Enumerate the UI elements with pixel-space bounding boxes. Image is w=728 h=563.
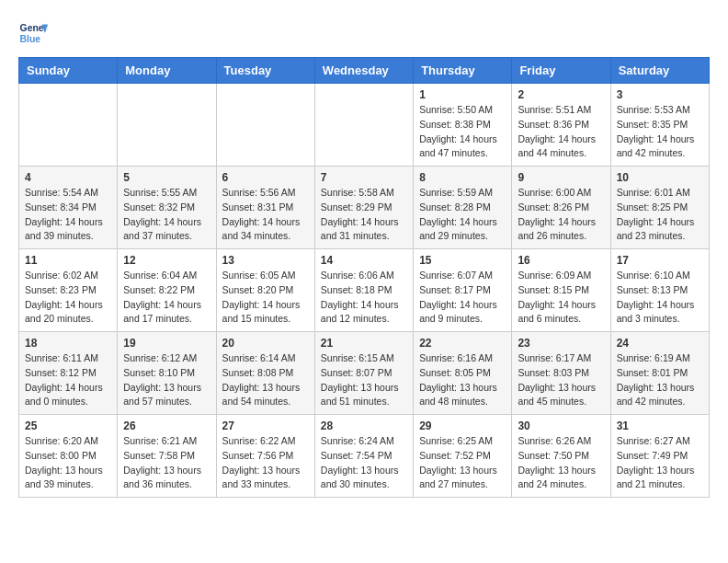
calendar-cell-18: 18 Sunrise: 6:11 AM Sunset: 8:12 PM Dayl… — [19, 332, 118, 415]
day-info: Sunrise: 5:55 AM Sunset: 8:32 PM Dayligh… — [123, 186, 210, 244]
calendar-cell-9: 9 Sunrise: 6:00 AM Sunset: 8:26 PM Dayli… — [512, 167, 610, 249]
sunset-text: Sunset: 8:12 PM — [25, 367, 97, 378]
calendar-cell-7: 7 Sunrise: 5:58 AM Sunset: 8:29 PM Dayli… — [314, 167, 413, 249]
day-info: Sunrise: 6:20 AM Sunset: 8:00 PM Dayligh… — [25, 434, 111, 492]
day-info: Sunrise: 5:59 AM Sunset: 8:28 PM Dayligh… — [419, 186, 506, 244]
day-number: 21 — [321, 337, 407, 350]
sunrise-text: Sunrise: 6:00 AM — [518, 187, 591, 198]
calendar-header-row: SundayMondayTuesdayWednesdayThursdayFrid… — [19, 58, 710, 84]
daylight-text: Daylight: 14 hours and 15 minutes. — [222, 299, 301, 325]
calendar-header-thursday: Thursday — [414, 58, 512, 84]
sunset-text: Sunset: 8:08 PM — [222, 367, 294, 378]
calendar-cell-27: 27 Sunrise: 6:22 AM Sunset: 7:56 PM Dayl… — [216, 415, 314, 498]
calendar-cell-29: 29 Sunrise: 6:25 AM Sunset: 7:52 PM Dayl… — [414, 415, 512, 498]
day-info: Sunrise: 5:51 AM Sunset: 8:36 PM Dayligh… — [518, 103, 604, 161]
sunrise-text: Sunrise: 6:24 AM — [321, 435, 394, 446]
daylight-text: Daylight: 13 hours and 33 minutes. — [222, 465, 301, 490]
sunrise-text: Sunrise: 6:21 AM — [123, 435, 197, 446]
day-number: 7 — [321, 171, 407, 184]
daylight-text: Daylight: 14 hours and 12 minutes. — [321, 299, 399, 325]
calendar-header-friday: Friday — [512, 58, 610, 84]
sunrise-text: Sunrise: 6:07 AM — [419, 270, 493, 281]
daylight-text: Daylight: 14 hours and 39 minutes. — [25, 216, 103, 242]
calendar-cell-19: 19 Sunrise: 6:12 AM Sunset: 8:10 PM Dayl… — [118, 332, 216, 415]
calendar-cell-26: 26 Sunrise: 6:21 AM Sunset: 7:58 PM Dayl… — [118, 415, 216, 498]
sunset-text: Sunset: 8:15 PM — [518, 284, 589, 295]
day-number: 5 — [123, 171, 210, 184]
calendar-cell-empty — [19, 84, 118, 167]
calendar-week-2: 4 Sunrise: 5:54 AM Sunset: 8:34 PM Dayli… — [19, 167, 710, 249]
sunset-text: Sunset: 8:07 PM — [321, 367, 392, 378]
sunrise-text: Sunrise: 6:22 AM — [222, 435, 296, 446]
day-number: 15 — [419, 254, 506, 267]
daylight-text: Daylight: 13 hours and 36 minutes. — [123, 465, 201, 490]
day-info: Sunrise: 6:04 AM Sunset: 8:22 PM Dayligh… — [123, 269, 210, 327]
day-number: 8 — [419, 171, 506, 184]
sunrise-text: Sunrise: 6:04 AM — [123, 270, 197, 281]
calendar-header-sunday: Sunday — [19, 58, 118, 84]
calendar-cell-8: 8 Sunrise: 5:59 AM Sunset: 8:28 PM Dayli… — [414, 167, 512, 249]
day-number: 26 — [123, 419, 210, 432]
day-number: 17 — [617, 254, 703, 267]
sunrise-text: Sunrise: 6:14 AM — [222, 352, 296, 363]
sunset-text: Sunset: 8:23 PM — [25, 284, 97, 295]
sunrise-text: Sunrise: 6:10 AM — [617, 270, 690, 281]
calendar-header-wednesday: Wednesday — [314, 58, 413, 84]
sunset-text: Sunset: 8:18 PM — [321, 284, 392, 295]
sunset-text: Sunset: 8:03 PM — [518, 367, 589, 378]
day-info: Sunrise: 6:01 AM Sunset: 8:25 PM Dayligh… — [617, 186, 703, 244]
day-number: 20 — [222, 337, 309, 350]
calendar-cell-empty — [314, 84, 413, 167]
calendar-cell-5: 5 Sunrise: 5:55 AM Sunset: 8:32 PM Dayli… — [118, 167, 216, 249]
sunset-text: Sunset: 8:28 PM — [419, 201, 491, 213]
sunrise-text: Sunrise: 5:54 AM — [25, 187, 98, 198]
calendar-cell-25: 25 Sunrise: 6:20 AM Sunset: 8:00 PM Dayl… — [19, 415, 118, 498]
daylight-text: Daylight: 13 hours and 51 minutes. — [321, 382, 399, 408]
day-info: Sunrise: 6:21 AM Sunset: 7:58 PM Dayligh… — [123, 434, 210, 492]
day-number: 6 — [222, 171, 309, 184]
day-info: Sunrise: 6:19 AM Sunset: 8:01 PM Dayligh… — [617, 351, 703, 409]
sunset-text: Sunset: 7:49 PM — [617, 450, 688, 461]
calendar-cell-28: 28 Sunrise: 6:24 AM Sunset: 7:54 PM Dayl… — [314, 415, 413, 498]
day-number: 13 — [222, 254, 309, 267]
daylight-text: Daylight: 14 hours and 3 minutes. — [617, 299, 695, 325]
sunrise-text: Sunrise: 6:09 AM — [518, 270, 591, 281]
day-number: 24 — [617, 337, 703, 350]
daylight-text: Daylight: 14 hours and 20 minutes. — [25, 299, 103, 325]
svg-text:Blue: Blue — [20, 34, 41, 44]
daylight-text: Daylight: 14 hours and 29 minutes. — [419, 216, 497, 242]
calendar-cell-24: 24 Sunrise: 6:19 AM Sunset: 8:01 PM Dayl… — [610, 332, 709, 415]
day-number: 14 — [321, 254, 407, 267]
calendar-cell-31: 31 Sunrise: 6:27 AM Sunset: 7:49 PM Dayl… — [610, 415, 709, 498]
calendar-week-1: 1 Sunrise: 5:50 AM Sunset: 8:38 PM Dayli… — [19, 84, 710, 167]
day-info: Sunrise: 6:09 AM Sunset: 8:15 PM Dayligh… — [518, 269, 604, 327]
day-number: 1 — [419, 88, 506, 101]
calendar-cell-16: 16 Sunrise: 6:09 AM Sunset: 8:15 PM Dayl… — [512, 249, 610, 332]
daylight-text: Daylight: 13 hours and 48 minutes. — [419, 382, 497, 408]
calendar-cell-15: 15 Sunrise: 6:07 AM Sunset: 8:17 PM Dayl… — [414, 249, 512, 332]
daylight-text: Daylight: 13 hours and 39 minutes. — [25, 465, 103, 490]
day-info: Sunrise: 5:54 AM Sunset: 8:34 PM Dayligh… — [25, 186, 111, 244]
day-number: 11 — [25, 254, 111, 267]
daylight-text: Daylight: 14 hours and 6 minutes. — [518, 299, 596, 325]
calendar-cell-22: 22 Sunrise: 6:16 AM Sunset: 8:05 PM Dayl… — [414, 332, 512, 415]
sunset-text: Sunset: 7:56 PM — [222, 450, 294, 461]
daylight-text: Daylight: 13 hours and 45 minutes. — [518, 382, 596, 408]
calendar-cell-23: 23 Sunrise: 6:17 AM Sunset: 8:03 PM Dayl… — [512, 332, 610, 415]
day-number: 27 — [222, 419, 309, 432]
sunrise-text: Sunrise: 6:27 AM — [617, 435, 690, 446]
day-info: Sunrise: 6:16 AM Sunset: 8:05 PM Dayligh… — [419, 351, 506, 409]
daylight-text: Daylight: 13 hours and 30 minutes. — [321, 465, 399, 490]
sunrise-text: Sunrise: 6:01 AM — [617, 187, 690, 198]
calendar-cell-10: 10 Sunrise: 6:01 AM Sunset: 8:25 PM Dayl… — [610, 167, 709, 249]
sunrise-text: Sunrise: 5:59 AM — [419, 187, 493, 198]
sunrise-text: Sunrise: 6:02 AM — [25, 270, 98, 281]
sunrise-text: Sunrise: 5:55 AM — [123, 187, 197, 198]
daylight-text: Daylight: 14 hours and 9 minutes. — [419, 299, 497, 325]
calendar-cell-20: 20 Sunrise: 6:14 AM Sunset: 8:08 PM Dayl… — [216, 332, 314, 415]
day-info: Sunrise: 6:27 AM Sunset: 7:49 PM Dayligh… — [617, 434, 703, 492]
day-info: Sunrise: 6:25 AM Sunset: 7:52 PM Dayligh… — [419, 434, 506, 492]
calendar-table: SundayMondayTuesdayWednesdayThursdayFrid… — [18, 57, 710, 498]
day-info: Sunrise: 6:05 AM Sunset: 8:20 PM Dayligh… — [222, 269, 309, 327]
calendar-cell-empty — [118, 84, 216, 167]
